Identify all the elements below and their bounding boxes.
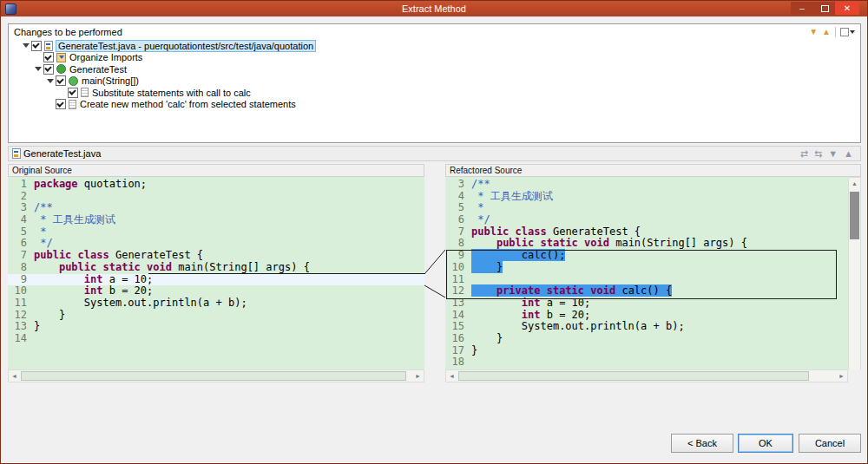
code-text: public class GenerateTest { (34, 249, 203, 261)
code-line: 11 System.out.println(a + b); (11, 297, 424, 310)
tree-item-label: Organize Imports (69, 52, 142, 62)
refactored-source-code[interactable]: 3/**4 * 工具生成测试5 *6 */7public class Gener… (445, 177, 848, 369)
code-text: int a = 10; (471, 297, 590, 309)
code-line: 7public class GenerateTest { (11, 250, 424, 262)
checkbox[interactable] (43, 64, 54, 75)
code-line: 18 (449, 356, 848, 369)
tree-item[interactable]: Create new method 'calc' from selected s… (10, 99, 858, 111)
java-file-icon (44, 41, 53, 51)
code-text: int a = 10; (34, 273, 153, 285)
checkbox[interactable] (56, 75, 66, 86)
checkbox[interactable] (56, 99, 66, 109)
previous-change-button[interactable]: ▲ (822, 26, 831, 38)
previous-difference-icon[interactable]: ▲ (844, 148, 853, 160)
checkbox[interactable] (68, 88, 78, 98)
tree-item[interactable]: GenerateTest.java - puerquotationtest/sr… (10, 40, 858, 52)
original-horizontal-scrollbar[interactable]: ◄ ► (8, 369, 424, 382)
scrollbar-thumb[interactable] (850, 192, 859, 239)
toolbar-separator (835, 27, 836, 37)
line-number: 8 (11, 262, 27, 274)
code-text: } (471, 261, 503, 273)
line-number: 3 (449, 179, 464, 191)
scroll-left-icon[interactable]: ◄ (9, 370, 20, 382)
checkbox[interactable] (43, 52, 54, 62)
changes-toolbar: ▼ ▲ (809, 26, 855, 38)
refactored-source-header: Refactored Source (445, 164, 861, 177)
code-text: /** (471, 178, 490, 190)
line-number: 7 (11, 250, 27, 262)
code-text: } (34, 309, 65, 321)
code-text: public class GenerateTest { (471, 225, 641, 238)
scroll-up-icon[interactable]: ▲ (849, 178, 860, 189)
tree-item-label: Substitute statements with call to calc (92, 88, 251, 98)
tree-item[interactable]: GenerateTest (10, 63, 858, 75)
code-text: public static void main(String[] args) { (471, 237, 747, 249)
expander-spacer (45, 99, 56, 110)
line-number: 10 (11, 285, 27, 297)
changes-panel: Changes to be performed ▼ ▲ GenerateTest… (8, 23, 861, 143)
expander-spacer (57, 87, 68, 98)
line-number: 1 (11, 179, 27, 191)
code-line: 9 calc(); (449, 250, 848, 262)
copy-change-icon[interactable]: ⇆ (814, 148, 822, 160)
close-button[interactable]: ✕ (835, 2, 859, 15)
code-text: System.out.println(a + b); (34, 297, 247, 309)
code-text: * (471, 201, 483, 213)
change-icon (69, 100, 76, 109)
titlebar[interactable]: Extract Method – ✕ (1, 1, 867, 16)
expander-icon[interactable] (45, 75, 56, 87)
scrollbar-thumb[interactable] (21, 371, 406, 381)
tree-item[interactable]: Substitute statements with call to calc (10, 87, 858, 99)
line-number: 5 (449, 202, 464, 214)
cancel-button[interactable]: Cancel (799, 434, 861, 453)
checkbox[interactable] (31, 41, 42, 51)
line-number: 4 (449, 191, 464, 203)
changes-tree[interactable]: GenerateTest.java - puerquotationtest/sr… (10, 40, 858, 141)
code-text: } (471, 344, 477, 356)
line-number: 6 (11, 238, 27, 250)
line-number: 7 (449, 226, 464, 239)
code-line: 4 * 工具生成测试 (11, 214, 424, 226)
change-icon (81, 88, 89, 97)
code-text: */ (34, 237, 53, 249)
refactored-horizontal-scrollbar[interactable]: ◄ ► (445, 369, 848, 382)
tree-item[interactable]: main(String[]) (10, 75, 858, 88)
scroll-right-icon[interactable]: ► (836, 370, 847, 382)
code-line: 14 int b = 20; (449, 310, 848, 322)
changes-panel-title: Changes to be performed (14, 27, 122, 37)
line-number: 11 (11, 297, 27, 310)
view-menu-button[interactable] (840, 28, 855, 36)
line-number: 15 (449, 321, 464, 333)
code-line: 9 int a = 10; (8, 274, 424, 286)
back-button[interactable]: < Back (671, 434, 733, 453)
refactored-vertical-scrollbar[interactable]: ▲ ▼ (848, 177, 861, 382)
code-line: 13} (11, 321, 424, 333)
code-line: 5 * (11, 226, 424, 239)
expander-spacer (33, 52, 43, 63)
line-number: 9 (11, 274, 27, 286)
tree-item-label: main(String[]) (82, 75, 139, 86)
diff-connector (424, 246, 445, 300)
next-difference-icon[interactable]: ▼ (828, 148, 838, 160)
expander-icon[interactable] (21, 40, 31, 51)
tree-item-label: Create new method 'calc' from selected s… (80, 99, 296, 109)
scroll-left-icon[interactable]: ◄ (446, 370, 457, 382)
line-number: 2 (11, 191, 27, 203)
tree-item[interactable]: Organize Imports (10, 52, 858, 64)
swap-view-icon[interactable]: ⇄ (800, 148, 808, 160)
code-line: 14 (11, 333, 424, 345)
original-source-code[interactable]: 1package quotation;23/**4 * 工具生成测试5 *6 *… (8, 177, 424, 369)
scroll-right-icon[interactable]: ► (412, 370, 424, 382)
java-file-icon (12, 148, 21, 159)
scrollbar-thumb[interactable] (458, 371, 809, 381)
line-number: 13 (11, 321, 27, 333)
code-text: } (471, 332, 503, 344)
maximize-icon (821, 5, 829, 12)
code-line: 16 } (449, 333, 848, 345)
expander-icon[interactable] (33, 63, 43, 75)
next-change-button[interactable]: ▼ (809, 26, 818, 38)
minimize-button[interactable]: – (791, 2, 813, 15)
scrollbar-corner (848, 369, 861, 382)
ok-button[interactable]: OK (738, 434, 793, 453)
maximize-button[interactable] (813, 2, 836, 15)
